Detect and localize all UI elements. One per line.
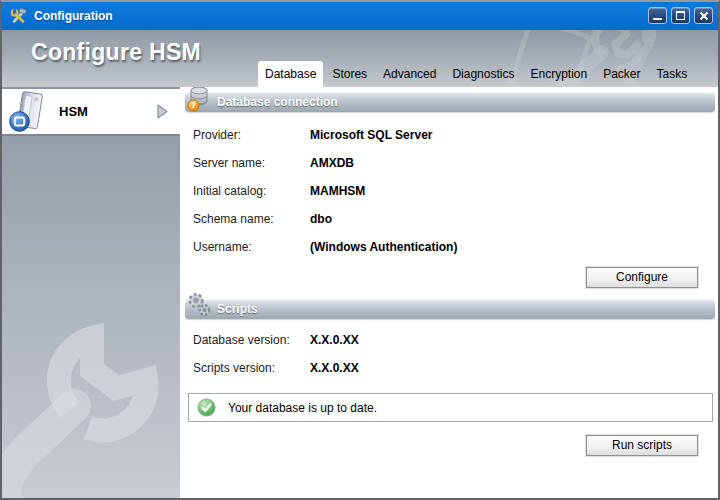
chevron-right-icon (157, 104, 168, 119)
server-icon (8, 90, 50, 134)
field-row-initial-catalog: Initial catalog: MAMHSM (193, 177, 718, 205)
field-value: AMXDB (310, 156, 354, 170)
check-icon (197, 398, 216, 417)
wrench-watermark-icon (2, 314, 180, 498)
tab-advanced[interactable]: Advanced (376, 61, 443, 87)
field-value: Microsoft SQL Server (310, 128, 432, 142)
field-label: Database version: (193, 333, 310, 347)
section-title: Scripts (217, 302, 258, 316)
configure-button[interactable]: Configure (586, 267, 698, 288)
field-label: Initial catalog: (193, 184, 310, 198)
tab-tasks[interactable]: Tasks (650, 61, 695, 87)
field-value: X.X.0.XX (310, 333, 359, 347)
field-row-provider: Provider: Microsoft SQL Server (193, 121, 718, 149)
scripts-fields: Database version: X.X.0.XX Scripts versi… (193, 326, 718, 382)
field-value: MAMHSM (310, 184, 365, 198)
field-label: Scripts version: (193, 361, 310, 375)
field-label: Username: (193, 240, 310, 254)
field-row-username: Username: (Windows Authentication) (193, 233, 718, 261)
maximize-button[interactable] (671, 7, 690, 24)
tab-database[interactable]: Database (258, 61, 323, 87)
window-title: Configuration (34, 9, 113, 23)
database-status-message: Your database is up to date. (188, 393, 713, 422)
tab-packer[interactable]: Packer (596, 61, 647, 87)
sidebar-item-label: HSM (59, 104, 88, 119)
database-fields: Provider: Microsoft SQL Server Server na… (193, 121, 718, 261)
field-row-server-name: Server name: AMXDB (193, 149, 718, 177)
field-row-database-version: Database version: X.X.0.XX (193, 326, 718, 354)
database-icon: ? (186, 87, 212, 116)
field-value: X.X.0.XX (310, 361, 359, 375)
main-area: HSM (2, 87, 718, 498)
field-label: Server name: (193, 156, 310, 170)
field-value: (Windows Authentication) (310, 240, 457, 254)
tab-diagnostics[interactable]: Diagnostics (445, 61, 521, 87)
title-bar[interactable]: Configuration (2, 2, 718, 30)
maximize-icon (676, 11, 685, 20)
section-title: Database connection (217, 95, 338, 109)
content-panel: ? Database connection Provider: Microsof… (180, 87, 718, 498)
gears-icon (186, 291, 213, 322)
field-value: dbo (310, 212, 332, 226)
field-label: Schema name: (193, 212, 310, 226)
minimize-button[interactable] (648, 7, 667, 24)
tools-icon (10, 8, 27, 24)
tab-bar: Database Stores Advanced Diagnostics Enc… (258, 61, 696, 87)
configuration-window: Configuration Configure HSM Database Sto… (0, 0, 720, 500)
minimize-icon (653, 18, 662, 20)
page-header: Configure HSM Database Stores Advanced D… (2, 30, 718, 87)
svg-text:?: ? (191, 100, 196, 110)
sidebar-item-hsm[interactable]: HSM (2, 89, 180, 136)
tab-encryption[interactable]: Encryption (523, 61, 594, 87)
field-row-scripts-version: Scripts version: X.X.0.XX (193, 354, 718, 382)
page-title: Configure HSM (31, 39, 201, 66)
sidebar: HSM (2, 87, 180, 498)
field-label: Provider: (193, 128, 310, 142)
field-row-schema-name: Schema name: dbo (193, 205, 718, 233)
window-controls (644, 7, 713, 24)
run-scripts-button[interactable]: Run scripts (586, 435, 698, 456)
close-button[interactable] (694, 7, 713, 24)
database-connection-section-header: ? Database connection (185, 92, 715, 112)
tab-stores[interactable]: Stores (325, 61, 374, 87)
scripts-section-header: Scripts (185, 299, 715, 319)
status-text: Your database is up to date. (228, 401, 377, 415)
